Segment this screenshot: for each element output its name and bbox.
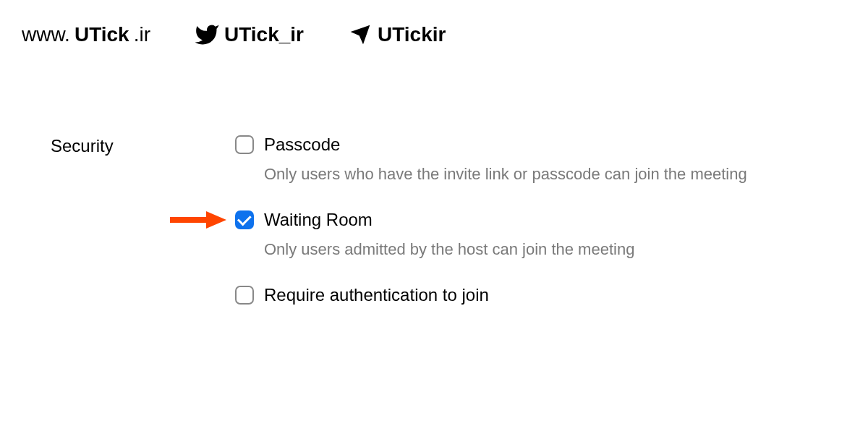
telegram-handle: UTickir	[378, 23, 446, 46]
twitter-link[interactable]: UTick_ir	[194, 22, 304, 48]
svg-marker-0	[170, 211, 226, 229]
passcode-desc: Only users who have the invite link or p…	[264, 165, 868, 184]
arrow-icon	[170, 211, 226, 229]
security-options: Passcode Only users who have the invite …	[235, 135, 868, 305]
waiting-room-label: Waiting Room	[264, 210, 373, 230]
telegram-icon	[347, 22, 373, 48]
passcode-label: Passcode	[264, 135, 340, 155]
require-auth-checkbox[interactable]	[235, 286, 254, 305]
website-suffix: .ir	[134, 23, 150, 46]
option-passcode: Passcode Only users who have the invite …	[235, 135, 868, 184]
waiting-room-desc: Only users admitted by the host can join…	[264, 240, 868, 259]
website-link[interactable]: www.UTick.ir	[22, 23, 150, 46]
require-auth-label: Require authentication to join	[264, 285, 489, 305]
header-links: www.UTick.ir UTick_ir UTickir	[0, 0, 868, 48]
option-waiting-room: Waiting Room Only users admitted by the …	[235, 210, 868, 259]
website-prefix: www.	[22, 23, 70, 46]
option-require-auth: Require authentication to join	[235, 285, 868, 305]
website-bold: UTick	[75, 23, 129, 46]
telegram-link[interactable]: UTickir	[347, 22, 446, 48]
twitter-handle: UTick_ir	[224, 23, 304, 46]
twitter-icon	[194, 22, 220, 48]
passcode-checkbox[interactable]	[235, 135, 254, 154]
waiting-room-checkbox[interactable]	[235, 210, 254, 229]
security-section: Security Passcode Only users who have th…	[0, 48, 868, 305]
